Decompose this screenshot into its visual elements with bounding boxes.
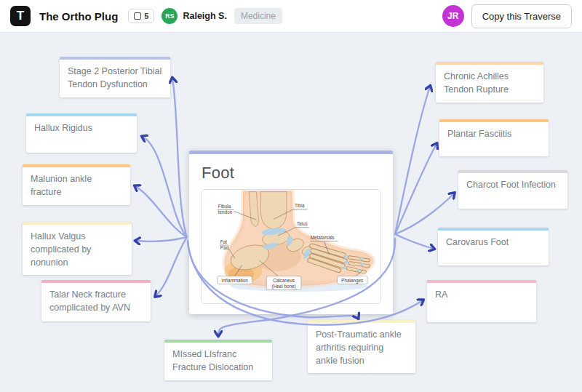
author-avatar: RS [162,8,178,24]
label-metatarsals: Metatarsals [311,235,335,240]
foot-anatomy-svg: Fibula tendon Tibia Talus Metatarsals Fa… [202,190,380,303]
node-label: Hallux Rigidus [34,122,129,135]
node-missed-lisfranc[interactable]: MIssed LIsfranc Fracture Dislocation [164,340,272,380]
node-label: MIssed LIsfranc Fracture Dislocation [172,348,264,375]
tibia-bone [260,192,287,230]
label-fat-pad: Fat [220,239,227,244]
foot-anatomy-illustration: Fibula tendon Tibia Talus Metatarsals Fa… [201,189,381,304]
app-logo[interactable]: T [10,6,31,26]
node-hallux-valgus[interactable]: Hallux Valgus complicated by nonunion [23,222,132,275]
traverse-count-icon [134,12,141,20]
node-foot[interactable]: Foot [189,151,393,314]
header: T The Ortho Plug 5 RS Raleigh S. Medicin… [0,0,582,33]
node-talar-neck[interactable]: Talar Neck fracture complicated by AVN [41,280,151,321]
label-talus: Talus [297,221,308,226]
node-post-traumatic[interactable]: Post-Traumatic ankle arthritis requiring… [308,320,415,373]
node-label: Talar Neck fracture complicated by AVN [49,289,143,315]
author-name: Raleigh S. [183,11,226,21]
node-label: Stage 2 Posterior Tibial Tendon Dysfunct… [68,65,162,92]
node-label: RA [435,289,528,302]
label-fat-pad-2: Pad [220,245,229,250]
node-ra[interactable]: RA [427,280,536,322]
node-label: Plantar Fasciitis [447,128,541,141]
node-label: Carovarus Foot [446,236,541,249]
node-carovarus-foot[interactable]: Carovarus Foot [438,228,549,265]
label-calcaneus-2: (Heel bone) [272,284,296,289]
node-count-value: 5 [144,12,148,20]
node-charcot-foot[interactable]: Charcot Foot Infection [458,170,567,209]
label-calcaneus: Calcaneus [273,278,295,283]
label-fibula-2: tendon [218,209,233,215]
node-label: Chronic Achilles Tendon Rupture [444,71,535,97]
label-tibia: Tibia [295,203,305,208]
label-phalanges: Phalanges [341,278,363,284]
node-label: Malunion ankle fracture [31,173,122,199]
label-fibula: Fibula [218,204,231,209]
node-label: Charcot Foot Infection [466,179,559,192]
category-tag: Medicine [234,8,282,24]
node-label: Post-Traumatic ankle arthritis requiring… [316,329,407,367]
foot-card-title: Foot [202,164,380,183]
node-label: Hallux Valgus complicated by nonunion [31,231,124,269]
node-hallux-rigidus[interactable]: Hallux Rigidus [26,113,137,153]
page-title: The Ortho Plug [39,10,118,23]
node-stage2-pttd[interactable]: Stage 2 Posterior Tibial Tendon Dysfunct… [60,57,170,97]
copy-traverse-button[interactable]: Copy this Traverse [471,4,572,28]
node-count-badge: 5 [128,9,154,23]
user-avatar[interactable]: JR [442,5,464,27]
node-malunion-ankle[interactable]: Malunion ankle fracture [23,164,130,205]
app-window: T The Ortho Plug 5 RS Raleigh S. Medicin… [0,0,582,392]
node-chronic-achilles[interactable]: Chronic Achilles Tendon Rupture [436,62,543,103]
label-inflammation: Inflammation [222,278,249,283]
app-logo-letter: T [17,9,24,23]
node-plantar-fasciitis[interactable]: Plantar Fasciitis [439,119,549,156]
